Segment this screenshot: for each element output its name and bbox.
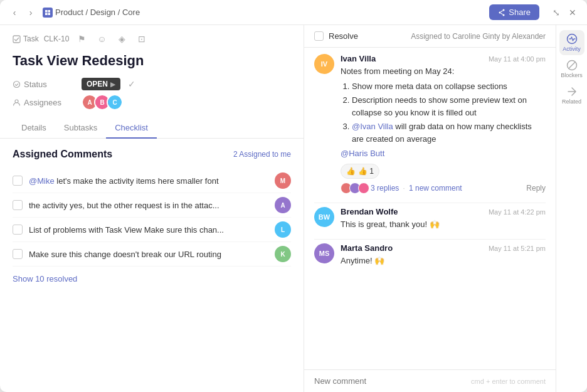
fullscreen-button[interactable]: ✕ [566, 6, 579, 19]
comment-item: BW Brendan Wolfe May 11 at 4:22 pm This … [314, 207, 546, 231]
status-row: Status OPEN ▶ ✓ [13, 78, 291, 90]
status-label: Status [13, 80, 75, 89]
comment-body-2: Brendan Wolfe May 11 at 4:22 pm This is … [341, 207, 546, 231]
forward-button[interactable]: › [24, 6, 38, 19]
comment-text-1: Notes from meeting on May 24: Show more … [341, 65, 546, 179]
replies-link[interactable]: 3 replies [371, 184, 399, 193]
checklist-text-1: @Mike let's make the activity items here… [29, 176, 268, 186]
assigned-badge[interactable]: 2 Assigned to me [233, 150, 291, 159]
comment-item: MS Marta Sandro May 11 at 5:21 pm Anytim… [314, 243, 546, 267]
checklist-text-4: Make sure this change doesn't break our … [29, 250, 268, 259]
emoji-button[interactable]: ☺ [94, 31, 109, 46]
breadcrumb-icon-item: Product / Design / Core [43, 8, 140, 18]
comment-avatar-2: BW [314, 207, 334, 227]
new-comment-link[interactable]: 1 new comment [409, 184, 462, 193]
task-fields: Status OPEN ▶ ✓ Assig [13, 78, 291, 110]
comment-body-3: Marta Sandro May 11 at 5:21 pm Anytime! … [341, 243, 546, 267]
assignees-label: Assignees [13, 98, 75, 107]
tab-subtasks[interactable]: Subtasks [55, 118, 106, 139]
task-header: Task CLK-10 ⚑ ☺ ◈ ⊡ Task View Redesign S… [0, 25, 304, 118]
task-id: CLK-10 [44, 34, 70, 43]
comment-author-2: Brendan Wolfe [341, 207, 398, 216]
checklist-checkbox-2[interactable] [13, 200, 23, 210]
resolve-checkbox[interactable] [314, 31, 324, 41]
comment-panel: Resolve Assigned to Caroline Ginty by Al… [304, 25, 556, 392]
new-comment-hint: cmd + enter to comment [471, 378, 546, 385]
comment-avatar-1: IV [314, 54, 334, 74]
assigned-info: Assigned to Caroline Ginty by Alexander [411, 32, 546, 41]
checklist-avatar-3: L [275, 221, 291, 238]
back-button[interactable]: ‹ [8, 6, 21, 19]
comment-time-1: May 11 at 4:00 pm [489, 55, 546, 63]
flag-button[interactable]: ⚑ [74, 31, 89, 46]
list-item: @Ivan Villa will grab data on how many c… [352, 120, 546, 145]
show-resolved-link[interactable]: Show 10 resolved [13, 274, 77, 283]
nav-buttons: ‹ › [8, 6, 38, 19]
checklist-checkbox-1[interactable] [13, 176, 23, 186]
avatar-3: C [107, 94, 123, 110]
assignees-row: Assignees A B C [13, 94, 291, 110]
left-panel: Task CLK-10 ⚑ ☺ ◈ ⊡ Task View Redesign S… [0, 25, 304, 392]
svg-point-5 [499, 11, 501, 13]
checklist-checkbox-3[interactable] [13, 225, 23, 235]
comment-time-2: May 11 at 4:22 pm [489, 208, 546, 216]
tab-details[interactable]: Details [13, 118, 55, 139]
comment-divider [314, 203, 546, 203]
blockers-label: Blockers [561, 72, 583, 78]
checklist-checkbox-4[interactable] [13, 249, 23, 259]
svg-line-8 [501, 13, 503, 14]
new-comment-input[interactable] [314, 376, 471, 386]
footer-avatars [341, 183, 367, 194]
comment-author-1: Ivan Villa [341, 54, 376, 63]
minimize-button[interactable]: ⤡ [549, 6, 563, 19]
comment-footer-1: 3 replies · 1 new comment Reply [341, 183, 546, 194]
status-badge[interactable]: OPEN ▶ [82, 78, 120, 90]
app-window: ‹ › Product / Design / Core Share ⤡ ✕ [0, 0, 587, 392]
task-title: Task View Redesign [13, 53, 291, 69]
new-comment-bar: cmd + enter to comment [304, 369, 556, 392]
comment-divider [314, 239, 546, 240]
checklist-item: List of problems with Task View Make sur… [13, 218, 291, 242]
checklist-content: Assigned Comments 2 Assigned to me @Mike… [0, 139, 304, 392]
svg-line-14 [569, 62, 575, 68]
right-wrapper: Resolve Assigned to Caroline Ginty by Al… [304, 25, 587, 392]
sidebar-blockers-button[interactable]: Blockers [559, 56, 584, 82]
task-meta: Task CLK-10 ⚑ ☺ ◈ ⊡ [13, 31, 291, 46]
reaction-button[interactable]: 👍 👍 1 [341, 164, 379, 179]
resolve-bar: Resolve Assigned to Caroline Ginty by Al… [304, 25, 556, 48]
section-header: Assigned Comments 2 Assigned to me [13, 149, 291, 160]
comment-text-2: This is great, thank you! 🙌 [341, 218, 546, 231]
mention-haris: @Haris Butt [341, 149, 384, 158]
checklist-avatar-2: A [275, 197, 291, 213]
resolve-label: Resolve [329, 31, 358, 41]
image-button[interactable]: ⊡ [134, 31, 149, 46]
comment-list: Show more meta data on collapse sections… [341, 80, 546, 146]
svg-point-4 [503, 9, 505, 11]
status-check-icon: ✓ [128, 79, 135, 89]
svg-rect-3 [48, 13, 51, 15]
sidebar-related-button[interactable]: Related [559, 83, 584, 108]
activity-sidebar: Activity Blockers Related [556, 25, 587, 392]
checklist-item: @Mike let's make the activity items here… [13, 169, 291, 193]
footer-avatar-3 [358, 183, 369, 194]
related-label: Related [562, 98, 581, 105]
main-layout: Task CLK-10 ⚑ ☺ ◈ ⊡ Task View Redesign S… [0, 25, 587, 392]
product-icon [43, 8, 53, 18]
comments-list: IV Ivan Villa May 11 at 4:00 pm Notes fr… [304, 48, 556, 369]
svg-rect-0 [45, 10, 48, 13]
checklist-item: the activity yes, but the other request … [13, 193, 291, 218]
section-title: Assigned Comments [13, 149, 112, 160]
task-type: Task [13, 34, 39, 43]
tag-button[interactable]: ◈ [114, 31, 129, 46]
reply-button-1[interactable]: Reply [526, 184, 546, 193]
sidebar-activity-button[interactable]: Activity [559, 30, 584, 55]
title-bar: ‹ › Product / Design / Core Share ⤡ ✕ [0, 0, 587, 25]
svg-point-6 [503, 14, 505, 16]
tab-checklist[interactable]: Checklist [106, 118, 157, 139]
tabs: Details Subtasks Checklist [0, 118, 304, 139]
comment-time-3: May 11 at 5:21 pm [489, 245, 546, 252]
comment-avatar-3: MS [314, 243, 334, 263]
share-button[interactable]: Share [489, 4, 539, 20]
activity-label: Activity [563, 46, 581, 52]
comment-author-3: Marta Sandro [341, 243, 393, 253]
